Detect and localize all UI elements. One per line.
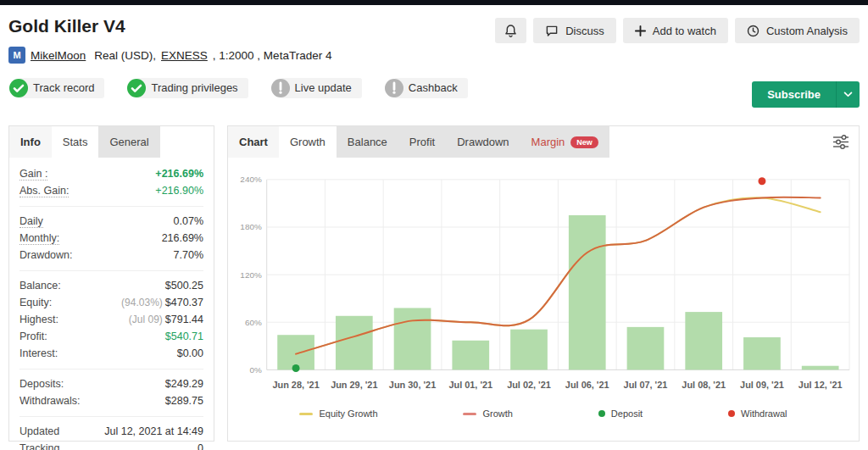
stat-group: Gain :+216.69%Abs. Gain:+216.90% bbox=[19, 159, 203, 207]
legend-label: Equity Growth bbox=[319, 408, 377, 419]
legend-label: Growth bbox=[482, 408, 512, 419]
legend-label: Deposit bbox=[611, 408, 643, 419]
stat-label[interactable]: Daily bbox=[19, 215, 43, 228]
gain-bar bbox=[802, 366, 839, 370]
subscribe-dropdown-button[interactable] bbox=[836, 81, 860, 108]
stat-label[interactable]: Abs. Gain: bbox=[19, 185, 69, 197]
tab-label: Margin bbox=[531, 136, 565, 148]
stat-label[interactable]: Gain : bbox=[19, 168, 47, 181]
stat-label[interactable]: Monthly: bbox=[19, 232, 59, 245]
gain-bar bbox=[569, 215, 606, 369]
stat-value: $0.00 bbox=[177, 347, 203, 359]
legend-item-equity-growth[interactable]: Equity Growth bbox=[299, 408, 377, 419]
x-axis-tick-label: Jul 06, '21 bbox=[565, 380, 609, 390]
stat-value: $249.29 bbox=[165, 378, 203, 390]
stat-value-text: $249.29 bbox=[165, 378, 203, 390]
badge-label: Track record bbox=[19, 78, 104, 98]
tab-balance[interactable]: Balance bbox=[337, 126, 398, 158]
legend-line-swatch bbox=[463, 413, 476, 415]
account-username-link[interactable]: MikelMoon bbox=[31, 49, 86, 62]
tab-label: General bbox=[109, 136, 148, 148]
stats-tabbar: InfoStatsGeneral bbox=[9, 126, 214, 158]
x-axis-tick-label: Jun 28, '21 bbox=[272, 380, 319, 390]
stats-table: Gain :+216.69%Abs. Gain:+216.90%Daily0.0… bbox=[9, 158, 214, 450]
tab-growth[interactable]: Growth bbox=[279, 126, 337, 158]
badge-trading-privileges[interactable]: Trading privileges bbox=[126, 77, 248, 99]
stat-label: Interest: bbox=[19, 347, 58, 359]
stat-label: Equity: bbox=[19, 297, 52, 308]
stat-value: 0.07% bbox=[174, 215, 203, 227]
add-to-watch-button[interactable]: Add to watch bbox=[623, 18, 728, 43]
tab-info[interactable]: Info bbox=[9, 126, 52, 158]
tab-label: Growth bbox=[290, 136, 326, 148]
stat-group: Balance:$500.25Equity:(94.03%)$470.37Hig… bbox=[19, 271, 203, 369]
y-axis-tick-label: 120% bbox=[240, 270, 262, 280]
stat-group: UpdatedJul 12, 2021 at 14:49Tracking0 bbox=[19, 417, 203, 450]
stats-panel: InfoStatsGeneral Gain :+216.69%Abs. Gain… bbox=[8, 125, 214, 442]
stat-value: $289.75 bbox=[165, 395, 203, 407]
tab-stats[interactable]: Stats bbox=[52, 126, 99, 158]
stat-row-interest: Interest:$0.00 bbox=[19, 345, 203, 362]
x-axis-tick-label: Jul 09, '21 bbox=[740, 380, 784, 390]
stat-row-daily: Daily0.07% bbox=[19, 213, 203, 230]
legend-item-withdrawal[interactable]: Withdrawal bbox=[728, 408, 787, 419]
stat-value: $540.71 bbox=[165, 331, 203, 342]
x-axis-tick-label: Jul 02, '21 bbox=[507, 380, 551, 390]
plus-icon bbox=[635, 25, 646, 36]
stat-label: Drawdown: bbox=[19, 249, 73, 261]
legend-item-growth[interactable]: Growth bbox=[463, 408, 512, 419]
broker-link[interactable]: EXNESS bbox=[161, 49, 208, 62]
badge-track-record[interactable]: Track record bbox=[8, 77, 104, 99]
y-axis-tick-label: 240% bbox=[240, 175, 262, 184]
legend-dot-swatch bbox=[728, 410, 735, 417]
stat-label: Tracking bbox=[19, 442, 59, 450]
badge-live-update[interactable]: Live update bbox=[270, 77, 362, 99]
stat-value: 216.69% bbox=[162, 232, 203, 244]
notifications-bell-button[interactable] bbox=[495, 18, 526, 43]
discuss-button[interactable]: Discuss bbox=[533, 18, 616, 43]
stat-value-text: $791.44 bbox=[165, 314, 203, 325]
tab-drawdown[interactable]: Drawdown bbox=[446, 126, 520, 158]
gain-bar bbox=[510, 330, 548, 370]
stat-value: 7.70% bbox=[174, 249, 203, 261]
chevron-down-icon bbox=[843, 92, 853, 97]
tab-chart[interactable]: Chart bbox=[228, 126, 279, 158]
stat-row-balance: Balance:$500.25 bbox=[19, 277, 203, 294]
withdrawal-marker bbox=[758, 177, 765, 185]
new-badge: New bbox=[570, 136, 598, 148]
subscribe-button[interactable]: Subscribe bbox=[752, 81, 836, 108]
tab-label: Info bbox=[20, 136, 41, 148]
chart-legend: Equity GrowthGrowthDepositWithdrawal bbox=[228, 408, 859, 419]
gain-bar bbox=[394, 308, 431, 369]
stat-value-text: +216.90% bbox=[155, 185, 203, 197]
subscribe-button-group: Subscribe bbox=[752, 81, 860, 108]
chart-tabbar: ChartGrowthBalanceProfitDrawdownMarginNe… bbox=[228, 126, 859, 158]
stat-value: +216.69% bbox=[155, 168, 203, 180]
stat-row-monthly: Monthly:216.69% bbox=[19, 230, 203, 247]
tab-label: Balance bbox=[348, 136, 387, 148]
stat-value: $500.25 bbox=[165, 280, 203, 292]
y-axis-tick-label: 0% bbox=[249, 365, 262, 375]
stat-value-text: 7.70% bbox=[174, 249, 203, 261]
stat-value-text: $540.71 bbox=[165, 331, 203, 342]
x-axis-tick-label: Jul 12, '21 bbox=[798, 380, 843, 390]
gain-bar bbox=[452, 341, 489, 370]
legend-item-deposit[interactable]: Deposit bbox=[598, 408, 643, 419]
chart-settings-icon[interactable] bbox=[832, 135, 849, 149]
stat-value-text: 0.07% bbox=[174, 215, 203, 227]
discuss-label: Discuss bbox=[565, 25, 604, 37]
badge-cashback[interactable]: Cashback bbox=[384, 77, 468, 99]
y-axis-tick-label: 180% bbox=[240, 222, 262, 231]
tab-general[interactable]: General bbox=[98, 126, 159, 158]
stat-row-drawdown: Drawdown:7.70% bbox=[19, 247, 203, 264]
tab-margin[interactable]: MarginNew bbox=[520, 126, 609, 158]
clock-icon bbox=[747, 25, 760, 37]
badge-label: Live update bbox=[281, 78, 362, 98]
custom-analysis-button[interactable]: Custom Analysis bbox=[735, 18, 860, 43]
header-actions: Discuss Add to watch Custom Analysis bbox=[495, 18, 860, 43]
growth-chart: 0%60%120%180%240%Jun 28, '21Jun 29, '21J… bbox=[230, 168, 856, 405]
stat-label: Profit: bbox=[19, 331, 47, 342]
account-header: Gold Killer V4 Discuss bbox=[0, 5, 868, 99]
tab-profit[interactable]: Profit bbox=[398, 126, 446, 158]
main-content: InfoStatsGeneral Gain :+216.69%Abs. Gain… bbox=[8, 125, 860, 442]
